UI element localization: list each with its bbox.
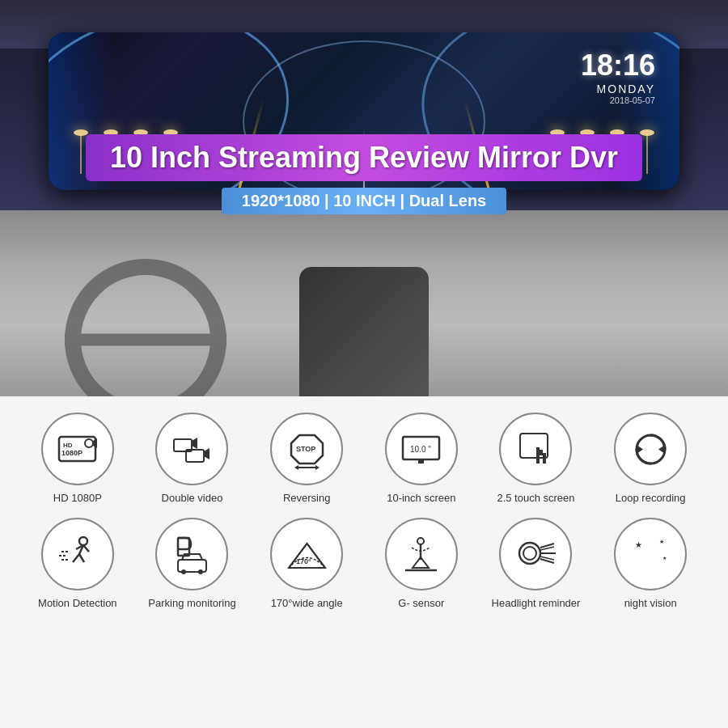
mirror-day: MONDAY [581, 83, 655, 95]
feature-wide-angle: 170° 170°wide angle [253, 518, 360, 611]
feature-icon-reversing: STOP [270, 413, 343, 485]
svg-point-21 [79, 537, 87, 545]
feature-motion: Motion Detection [24, 518, 131, 611]
svg-point-32 [181, 569, 186, 574]
screen-icon: 10.0 " [399, 427, 443, 472]
parking-icon [170, 531, 214, 576]
svg-marker-6 [192, 438, 197, 449]
feature-label-loop: Loop recording [616, 492, 686, 506]
feature-label-night-vision: night vision [624, 597, 677, 611]
feature-icon-gsensor [385, 518, 458, 590]
svg-text:STOP: STOP [296, 445, 315, 453]
mirror-clock: 18:16 [581, 49, 655, 83]
features-grid: HD 1080P HD 1080P Double v [24, 413, 704, 611]
svg-point-37 [417, 538, 424, 544]
svg-marker-4 [93, 438, 97, 448]
svg-text:★: ★ [662, 556, 667, 561]
svg-text:10.0 ": 10.0 " [410, 445, 431, 454]
svg-point-42 [523, 547, 536, 560]
feature-icon-hd1080p: HD 1080P [41, 413, 114, 485]
svg-text:1080P: 1080P [61, 449, 83, 457]
product-title: 10 Inch Streaming Review Mirror Dvr [86, 134, 642, 181]
gsensor-icon [399, 531, 443, 576]
feature-label-reversing: Reversing [283, 492, 331, 506]
svg-rect-17 [418, 459, 424, 463]
svg-text:★: ★ [659, 539, 664, 544]
double-video-icon [170, 427, 214, 472]
svg-marker-8 [204, 448, 210, 459]
svg-rect-30 [178, 538, 189, 556]
feature-hd1080p: HD 1080P HD 1080P [24, 413, 131, 506]
feature-reversing: STOP Reversing [253, 413, 360, 506]
svg-text:★: ★ [635, 540, 642, 549]
feature-icon-parking [155, 518, 228, 590]
feature-parking: Parking monitoring [139, 518, 246, 611]
center-console [299, 267, 429, 396]
svg-line-25 [83, 545, 89, 552]
feature-10inch: 10.0 " 10-inch screen [368, 413, 475, 506]
bottom-section: HD 1080P HD 1080P Double v [0, 396, 728, 728]
product-subtitle: 1920*1080 | 10 INCH | Dual Lens [222, 188, 506, 214]
svg-point-41 [519, 543, 540, 564]
feature-label-gsensor: G- sensor [398, 597, 444, 611]
svg-text:HD: HD [63, 442, 73, 449]
touch-icon [514, 427, 558, 472]
headlight-icon [514, 531, 558, 576]
feature-gsensor: G- sensor [368, 518, 475, 611]
svg-line-23 [73, 554, 79, 562]
svg-marker-20 [658, 445, 665, 454]
feature-label-double-video: Double video [162, 492, 223, 506]
reversing-icon: STOP [285, 427, 329, 472]
feature-icon-double-video [155, 413, 228, 485]
loop-icon [629, 427, 673, 472]
top-section: 18:16 MONDAY 2018-05-07 10 Inch Streamin… [0, 0, 728, 396]
feature-label-wide-angle: 170°wide angle [271, 597, 343, 611]
svg-marker-13 [294, 465, 298, 470]
feature-label-touch: 2.5 touch screen [497, 492, 574, 506]
svg-point-3 [85, 439, 93, 447]
feature-icon-10inch: 10.0 " [385, 413, 458, 485]
feature-label-10inch: 10-inch screen [387, 492, 455, 506]
svg-line-24 [79, 554, 84, 562]
feature-label-headlight: Headlight reminder [492, 597, 581, 611]
feature-double-video: Double video [139, 413, 246, 506]
feature-icon-motion [41, 518, 114, 590]
feature-touch: 2.5 touch screen [483, 413, 590, 506]
mirror-time-display: 18:16 MONDAY 2018-05-07 [581, 49, 655, 105]
feature-icon-night-vision: ★ ★ ★ [614, 518, 687, 590]
feature-icon-touch [499, 413, 572, 485]
mirror-date: 2018-05-07 [581, 95, 655, 105]
title-area: 10 Inch Streaming Review Mirror Dvr 1920… [0, 130, 728, 218]
steering-wheel [65, 259, 226, 396]
feature-headlight: Headlight reminder [483, 518, 590, 611]
feature-label-parking: Parking monitoring [148, 597, 235, 611]
svg-point-33 [198, 569, 203, 574]
feature-loop: Loop recording [597, 413, 704, 506]
dashboard-area [0, 210, 728, 396]
svg-marker-12 [315, 465, 320, 470]
wide-angle-icon: 170° [285, 531, 329, 576]
feature-icon-wide-angle: 170° [270, 518, 343, 590]
svg-text:170°: 170° [296, 557, 311, 565]
feature-icon-loop [614, 413, 687, 485]
feature-label-hd1080p: HD 1080P [53, 492, 102, 506]
motion-icon [55, 531, 99, 576]
night-vision-icon: ★ ★ ★ [629, 531, 673, 576]
feature-label-motion: Motion Detection [38, 597, 117, 611]
feature-icon-headlight [499, 518, 572, 590]
hd-icon: HD 1080P [55, 427, 99, 472]
feature-night-vision: ★ ★ ★ night vision [597, 518, 704, 611]
